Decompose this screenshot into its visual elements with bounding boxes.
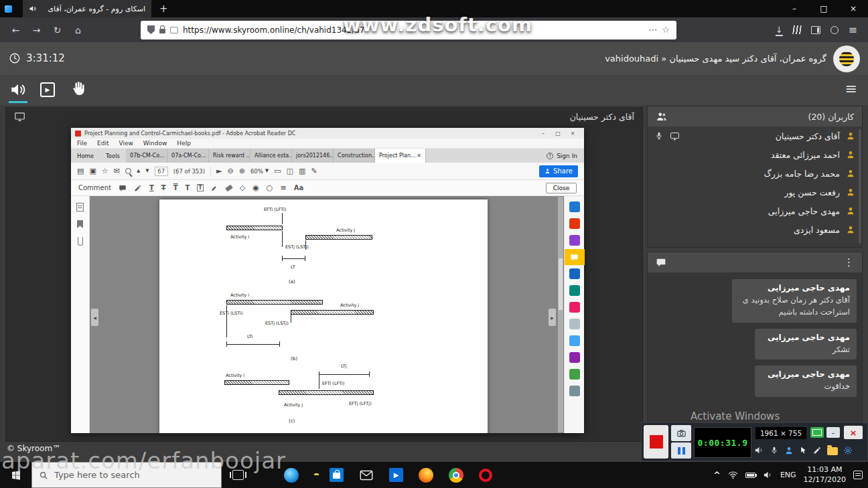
- two-page-icon[interactable]: ◫: [287, 167, 293, 175]
- mic-icon[interactable]: [654, 131, 664, 141]
- tracking-protection-icon[interactable]: [147, 25, 155, 34]
- tab-home[interactable]: Home: [71, 149, 100, 163]
- recorder-minimize-button[interactable]: –: [826, 427, 840, 438]
- volume-icon[interactable]: [763, 470, 773, 480]
- webcam-icon[interactable]: [784, 446, 794, 455]
- user-row[interactable]: آقای دکتر حسینیان: [648, 127, 862, 145]
- underline-text-icon[interactable]: T: [149, 184, 154, 191]
- zoom-in-icon[interactable]: ⊕: [239, 167, 245, 175]
- page-actions-icon[interactable]: ⋯: [648, 25, 657, 35]
- user-row[interactable]: محمد رضا جامه بزرگ: [648, 164, 862, 183]
- permissions-icon[interactable]: [170, 27, 178, 33]
- find-icon[interactable]: [125, 168, 131, 174]
- tab-tools[interactable]: Tools: [100, 149, 126, 163]
- tray-expand-icon[interactable]: ^: [713, 470, 721, 480]
- zoom-out-icon[interactable]: ⊖: [227, 167, 233, 175]
- list-icon[interactable]: ≡: [280, 184, 286, 191]
- audio-toggle-button[interactable]: [9, 81, 27, 98]
- home-button[interactable]: ⌂: [68, 25, 88, 35]
- edge-icon[interactable]: [284, 468, 299, 483]
- organize-pages-icon[interactable]: [569, 285, 580, 296]
- firefox-icon[interactable]: [419, 468, 433, 483]
- send-review-icon[interactable]: [569, 352, 580, 363]
- users-scrollbar[interactable]: [859, 129, 861, 244]
- lock-icon[interactable]: [159, 29, 165, 33]
- record-button[interactable]: [644, 425, 668, 459]
- chat-message[interactable]: مهدی حاجی میرزایی آقای دکتر هر زمان صلاح…: [732, 279, 857, 323]
- downloads-icon[interactable]: ↓: [776, 25, 783, 35]
- print-icon[interactable]: ▣: [89, 167, 96, 175]
- menu-help[interactable]: Help: [177, 140, 191, 147]
- folder-icon[interactable]: [827, 447, 838, 455]
- add-text-icon[interactable]: T: [185, 184, 190, 191]
- save-icon[interactable]: ▤: [77, 167, 84, 175]
- collapse-left-panel-icon[interactable]: ◀: [91, 309, 98, 326]
- acrobat-minimize-button[interactable]: –: [536, 131, 551, 137]
- export-pdf-icon[interactable]: [569, 201, 580, 212]
- user-row[interactable]: مهدی حاجی میرزایی: [648, 201, 862, 220]
- pen-icon[interactable]: ✎: [311, 167, 317, 175]
- pdf-scrollbar[interactable]: [558, 197, 563, 432]
- region-select-button[interactable]: [810, 427, 824, 438]
- battery-icon[interactable]: [745, 473, 755, 478]
- text-box-icon[interactable]: T: [197, 184, 203, 191]
- library-icon[interactable]: [792, 25, 802, 34]
- sticky-note-icon[interactable]: [119, 184, 127, 192]
- room-avatar[interactable]: [833, 46, 860, 72]
- doc-tab[interactable]: Construction...: [334, 149, 375, 163]
- shapes-icon[interactable]: ◇: [240, 184, 245, 191]
- forward-button[interactable]: →: [26, 25, 47, 35]
- chat-message[interactable]: مهدی حاجی میرزایی خداقوت: [755, 365, 857, 397]
- sign-in-button[interactable]: ? Sign In: [540, 149, 584, 163]
- menu-view[interactable]: View: [119, 140, 133, 147]
- user-row[interactable]: احمد میرزائی معتقد: [648, 145, 862, 164]
- doc-tab-active[interactable]: Project Plan... ×: [375, 149, 426, 163]
- screenshot-button[interactable]: [671, 425, 691, 441]
- chat-message[interactable]: مهدی حاجی میرزایی تشکر: [755, 329, 857, 360]
- star-icon[interactable]: ☆: [102, 167, 108, 175]
- fill-sign-icon[interactable]: [569, 335, 580, 346]
- tab-audio-icon[interactable]: [29, 5, 37, 13]
- mail-icon[interactable]: [359, 468, 374, 483]
- menu-window[interactable]: Window: [143, 140, 167, 147]
- settings-gear-icon[interactable]: [843, 446, 853, 455]
- page-thumbnails-icon[interactable]: [76, 203, 84, 212]
- page-down-icon[interactable]: ▼: [145, 169, 149, 173]
- doc-tab[interactable]: Risk reward ...: [209, 149, 250, 163]
- close-comment-button[interactable]: Close: [546, 183, 577, 193]
- share-button[interactable]: Share: [539, 165, 578, 177]
- doc-tab[interactable]: 07b-CM-Co...: [126, 149, 167, 163]
- window-minimize-button[interactable]: –: [780, 0, 809, 17]
- doc-tab[interactable]: Alliance esta...: [250, 149, 292, 163]
- acrobat-restore-button[interactable]: □: [551, 131, 565, 137]
- bookmarks-icon[interactable]: [77, 220, 83, 228]
- browser-menu-icon[interactable]: ≡: [849, 23, 857, 36]
- close-tab-icon[interactable]: ×: [417, 153, 421, 159]
- redact-icon[interactable]: [569, 302, 580, 313]
- highlighter-icon[interactable]: [134, 184, 142, 192]
- fit-width-icon[interactable]: ▭: [274, 167, 281, 175]
- draw-pen-icon[interactable]: [211, 184, 218, 191]
- doc-tab[interactable]: 07a-CM-Co...: [167, 149, 209, 163]
- language-indicator[interactable]: ENG: [780, 471, 796, 479]
- pause-button[interactable]: [671, 442, 691, 459]
- bookmark-star-icon[interactable]: ☆: [662, 25, 670, 35]
- back-button[interactable]: ←: [5, 25, 26, 35]
- page-number-input[interactable]: 67: [155, 167, 168, 176]
- doc-tab[interactable]: jors2012146...: [292, 149, 334, 163]
- reload-button[interactable]: ↻: [47, 25, 68, 35]
- window-close-button[interactable]: ×: [839, 0, 868, 17]
- chrome-icon[interactable]: [449, 468, 463, 483]
- measure-icon[interactable]: [569, 386, 580, 396]
- notification-center-icon[interactable]: [853, 471, 863, 479]
- page-up-icon[interactable]: ▲: [137, 169, 140, 173]
- user-row[interactable]: رفعت حسن پور: [648, 183, 862, 201]
- screen-share-button[interactable]: ▶: [40, 82, 55, 97]
- stamps-icon[interactable]: [569, 369, 580, 380]
- system-clock[interactable]: 11:03 AM 12/17/2020: [804, 465, 846, 485]
- raise-hand-button[interactable]: [70, 80, 86, 96]
- protect-icon[interactable]: [569, 319, 580, 329]
- select-tool-icon[interactable]: ►: [216, 167, 222, 175]
- pencil-icon[interactable]: [813, 446, 822, 455]
- read-mode-icon[interactable]: ▥: [299, 167, 305, 175]
